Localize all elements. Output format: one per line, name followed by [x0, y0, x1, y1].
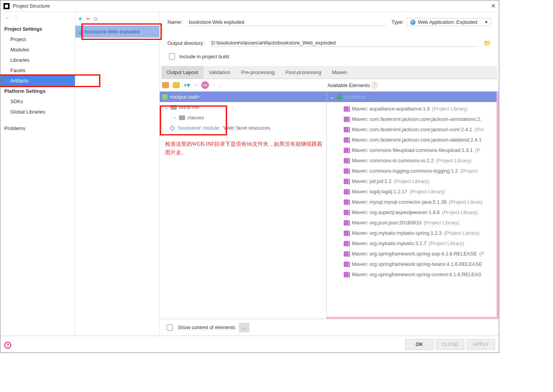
library-icon	[344, 241, 349, 246]
move-up-icon[interactable]: ↑	[213, 82, 215, 88]
sidebar-item-facets[interactable]: Facets	[0, 65, 75, 76]
library-name: Maven: commons-logging:commons-logging:1…	[352, 168, 458, 174]
forward-icon[interactable]: →	[14, 15, 19, 21]
module-prefix: 'bookstore' module:	[177, 125, 220, 131]
avail-root-label: bookstore	[345, 94, 367, 100]
webinf-label: WEB-INF	[179, 104, 200, 110]
sidebar-item-project[interactable]: Project	[0, 34, 75, 44]
library-name: Maven: org.springframework:spring-beans:…	[352, 261, 482, 267]
sidebar-item-sdks[interactable]: SDKs	[0, 96, 75, 107]
tab-maven[interactable]: Maven	[326, 66, 352, 79]
library-suffix: (Project Library)	[429, 240, 464, 246]
app-icon	[3, 3, 10, 9]
tree-node-classes[interactable]: › classes	[160, 112, 326, 123]
tree-toolbar: +▾ − AZ ↑ ↓ Available Elements ?	[160, 79, 499, 91]
library-suffix: (Project Library)	[410, 189, 445, 194]
configure-button[interactable]: …	[239, 323, 249, 332]
tree-node-webinf[interactable]: ⌄ WEB-INF	[160, 102, 326, 112]
tab-post-processing[interactable]: Post-processing	[280, 66, 326, 79]
type-dropdown[interactable]: Web Application: Exploded ▾	[407, 18, 491, 26]
library-suffix: (Project Library)	[394, 178, 429, 184]
tab-output-layout[interactable]: Output Layout	[161, 66, 204, 79]
sidebar-item-global-libraries[interactable]: Global Libraries	[0, 107, 75, 117]
help-icon[interactable]: ?	[371, 82, 377, 88]
library-icon	[344, 189, 349, 194]
avail-root-bookstore[interactable]: ⌄ bookstore	[327, 92, 499, 102]
help-button[interactable]: ?	[4, 342, 11, 349]
library-item[interactable]: Maven: org.springframework:spring-contex…	[327, 269, 499, 280]
library-item[interactable]: Maven: org.springframework:spring-beans:…	[327, 259, 499, 269]
new-folder-icon[interactable]	[162, 82, 169, 88]
library-icon	[344, 117, 349, 122]
remove-icon[interactable]: −	[194, 82, 197, 89]
back-icon[interactable]: ←	[5, 15, 10, 21]
library-item[interactable]: Maven: commons-logging:commons-logging:1…	[327, 166, 499, 176]
sidebar-item-libraries[interactable]: Libraries	[0, 55, 75, 65]
ok-button[interactable]: OK	[405, 339, 434, 350]
name-field[interactable]: bookstore:Web exploded	[187, 18, 386, 26]
titlebar: Project Structure ✕	[0, 0, 499, 12]
library-item[interactable]: Maven: com.fasterxml.jackson.core:jackso…	[327, 135, 499, 145]
library-item[interactable]: Maven: log4j:log4j:1.2.17 (Project Libra…	[327, 186, 499, 197]
library-item[interactable]: Maven: commons-io:commons-io:2.2 (Projec…	[327, 155, 499, 166]
tabs: Output Layout Validation Pre-processing …	[161, 66, 497, 79]
close-button[interactable]: CLOSE	[436, 339, 464, 350]
available-elements-pane: ⌄ bookstore Maven: aopalliance:aopallian…	[327, 92, 499, 319]
include-build-label: Include in project build	[179, 54, 229, 59]
library-item[interactable]: Maven: org.aspectj:aspectjweaver:1.8.6 (…	[327, 207, 499, 217]
copy-artifact-icon[interactable]: ⧉	[94, 16, 98, 22]
library-item[interactable]: Maven: org.json:json:20160810 (Project L…	[327, 217, 499, 228]
browse-folder-icon[interactable]: 📁	[483, 40, 491, 47]
artifact-item-bookstore[interactable]: bookstore:Web exploded	[75, 26, 159, 38]
library-item[interactable]: Maven: mysql:mysql-connector-java:5.1.38…	[327, 197, 499, 207]
sidebar-item-problems[interactable]: Problems	[0, 123, 75, 133]
library-name: Maven: org.mybatis:mybatis-spring:1.2.3	[352, 230, 442, 236]
output-root[interactable]: <output root>	[160, 92, 326, 102]
new-archive-icon[interactable]	[173, 82, 180, 88]
outdir-field[interactable]: D:\bookstore\classes\artifacts\bookstore…	[210, 39, 478, 47]
remove-artifact-icon[interactable]: −	[86, 15, 90, 23]
expand-icon[interactable]: ⌄	[164, 104, 168, 110]
library-name: Maven: mysql:mysql-connector-java:5.1.38	[352, 199, 447, 205]
show-content-label: Show content of elements	[178, 324, 235, 330]
expand-icon[interactable]: ⌄	[330, 94, 334, 100]
tab-pre-processing[interactable]: Pre-processing	[236, 66, 280, 79]
section-header-platform-settings: Platform Settings	[0, 86, 75, 96]
expand-icon[interactable]: ›	[173, 115, 177, 120]
sort-az-icon[interactable]: AZ	[201, 81, 209, 89]
library-icon	[344, 106, 349, 112]
library-item[interactable]: Maven: aopalliance:aopalliance:1.0 (Proj…	[327, 104, 499, 114]
move-down-icon[interactable]: ↓	[219, 82, 222, 88]
library-name: Maven: org.aspectj:aspectjweaver:1.8.6	[352, 209, 440, 215]
tab-validation[interactable]: Validation	[204, 66, 236, 79]
library-item[interactable]: Maven: com.fasterxml.jackson.core:jackso…	[327, 114, 499, 124]
tree-node-module[interactable]: 'bookstore' module: 'Web' facet resource…	[160, 123, 326, 133]
library-name: Maven: log4j:log4j:1.2.17	[352, 189, 407, 194]
library-name: Maven: jstl:jstl:1.2	[352, 178, 391, 184]
library-item[interactable]: Maven: commons-fileupload:commons-fileup…	[327, 145, 499, 155]
close-icon[interactable]: ✕	[491, 2, 496, 10]
artifact-list: + − ⧉ bookstore:Web exploded	[75, 12, 160, 336]
folder-icon	[171, 105, 177, 110]
library-icon	[344, 168, 349, 174]
library-item[interactable]: Maven: org.mybatis:mybatis-spring:1.2.3 …	[327, 228, 499, 238]
chevron-down-icon: ▾	[485, 19, 488, 25]
output-tree-pane: <output root> ⌄ WEB-INF › classes	[160, 92, 327, 319]
lower-bar: Show content of elements …	[160, 319, 499, 336]
library-item[interactable]: Maven: org.springframework:spring-aop:4.…	[327, 249, 499, 259]
show-content-checkbox[interactable]	[167, 324, 173, 331]
library-item[interactable]: Maven: org.mybatis:mybatis:3.2.7 (Projec…	[327, 238, 499, 249]
library-suffix: (Project Library)	[444, 230, 479, 236]
library-item[interactable]: Maven: com.fasterxml.jackson.core:jackso…	[327, 124, 499, 135]
sidebar: ← → Project Settings Project Modules Lib…	[0, 12, 75, 336]
include-build-checkbox[interactable]	[169, 53, 175, 59]
apply-button[interactable]: APPLY	[467, 339, 495, 350]
library-name: Maven: com.fasterxml.jackson.core:jackso…	[352, 137, 482, 143]
library-suffix: (P	[475, 147, 480, 153]
window-title: Project Structure	[13, 3, 491, 9]
library-item[interactable]: Maven: jstl:jstl:1.2 (Project Library)	[327, 176, 499, 186]
sidebar-item-modules[interactable]: Modules	[0, 44, 75, 55]
add-copy-icon[interactable]: +▾	[184, 82, 190, 89]
sidebar-item-artifacts[interactable]: Artifacts	[0, 76, 75, 86]
add-artifact-icon[interactable]: +	[78, 15, 82, 22]
